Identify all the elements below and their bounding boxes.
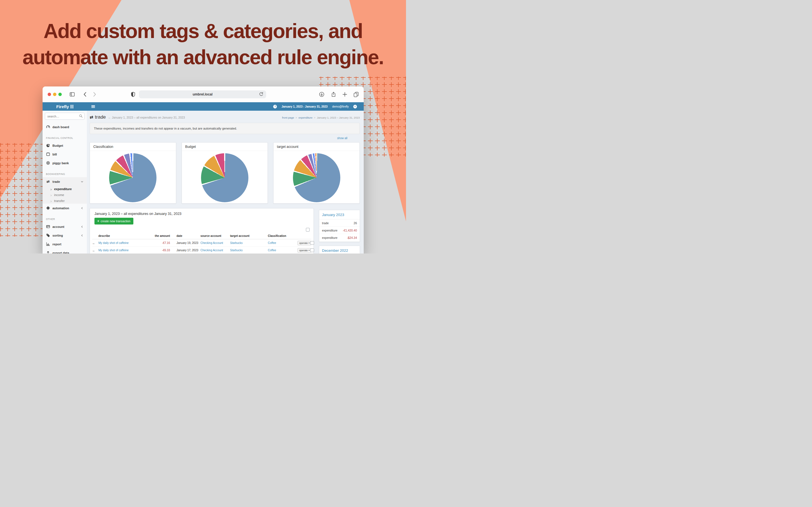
plus-icon (403, 117, 406, 122)
row-checkbox[interactable] (310, 248, 314, 252)
app-logo[interactable]: Firefly (43, 104, 87, 109)
plus-icon (27, 205, 31, 210)
sidebar-item-piggy-bank[interactable]: piggy bank (43, 159, 87, 167)
browser-window: umbrel.local Firefly ? January 1, 2023 -… (43, 87, 364, 253)
plus-icon (19, 212, 24, 217)
plus-icon (361, 76, 366, 80)
sidebar-subitem-income[interactable]: income (43, 192, 87, 198)
quick-actions-icon[interactable]: + (353, 105, 357, 108)
zoom-window-button[interactable] (58, 93, 62, 96)
privacy-shield-icon[interactable] (130, 92, 136, 97)
plus-icon (382, 124, 387, 129)
plus-icon (389, 146, 394, 151)
upload-icon (46, 251, 50, 253)
transactions-title: January 1, 2023 – all expenditures on Ja… (94, 212, 182, 216)
sidebar-item-sorting[interactable]: sorting (43, 231, 87, 240)
table-row: ←My daily shot of caffeine-€7.16January … (92, 239, 311, 247)
plus-icon (368, 76, 373, 80)
plus-icon (19, 184, 24, 189)
forward-icon[interactable] (92, 92, 97, 97)
plus-icon (368, 110, 373, 115)
breadcrumb-item[interactable]: front page (282, 116, 294, 119)
sidebar-item-account[interactable]: account (43, 222, 87, 231)
plus-icon (375, 138, 380, 144)
plus-icon (5, 198, 10, 203)
new-tab-icon[interactable] (342, 92, 348, 97)
sidebar-item-label: report (52, 242, 61, 246)
sidebar-item-label: sorting (52, 234, 63, 237)
pie-chart[interactable] (293, 153, 340, 202)
plus-icon (19, 226, 24, 231)
plus-icon (382, 89, 387, 94)
sidebar-toggle-icon[interactable] (69, 92, 75, 97)
pie-chart[interactable] (109, 153, 156, 202)
operate-button[interactable]: operate▾ (297, 248, 311, 252)
create-transaction-button[interactable]: + create new transaction (94, 218, 133, 224)
operate-button[interactable]: operate▾ (297, 241, 311, 245)
plus-icon (27, 226, 31, 231)
plus-icon (27, 156, 31, 161)
summary-card-current: January 2023 trade26expenditure-€1,420.4… (319, 210, 360, 242)
sidebar-item-Budget[interactable]: Budget (43, 141, 87, 150)
tab-overview-icon[interactable] (353, 92, 359, 97)
transaction-description-link[interactable]: My daily shot of caffeine (98, 249, 149, 252)
sidebar-item-bill[interactable]: bill (43, 150, 87, 159)
pie-chart-row: ClassificationBudgettarget account (90, 142, 360, 204)
plus-icon (19, 198, 24, 203)
row-checkbox[interactable] (310, 241, 314, 245)
help-icon[interactable]: ? (273, 105, 277, 108)
sidebar-subitem-transfer[interactable]: transfer (43, 198, 87, 204)
breadcrumb-item[interactable]: expenditure (299, 116, 313, 119)
downloads-icon[interactable] (319, 92, 324, 97)
category-link[interactable]: Coffee (268, 249, 297, 252)
search-icon[interactable] (79, 114, 83, 118)
pie-chart[interactable] (201, 153, 248, 202)
plus-icon (375, 76, 380, 80)
sidebar-subitem-expenditure[interactable]: expenditure (43, 186, 87, 192)
summary-row: trade26 (319, 219, 360, 227)
plus-icon (403, 96, 406, 101)
sidebar-item-report[interactable]: report (43, 240, 87, 248)
summary-prev-month-link[interactable]: December 2022 (319, 246, 360, 253)
hamburger-menu-icon[interactable] (91, 105, 95, 108)
close-window-button[interactable] (48, 93, 51, 96)
sidebar-item-label: dash board (52, 125, 69, 129)
plus-icon (0, 143, 3, 147)
summary-label: trade (322, 221, 329, 225)
sidebar-item-label: bill (52, 153, 57, 156)
chevron-right-icon (50, 200, 52, 202)
sidebar-item-dash-board[interactable]: dash board (43, 122, 87, 131)
plus-icon (375, 103, 380, 108)
target-account-link[interactable]: Starbucks (230, 241, 268, 244)
show-all-link[interactable]: show all (337, 136, 347, 140)
plus-icon (27, 149, 31, 154)
category-link[interactable]: Coffee (268, 241, 297, 244)
sidebar-item-automation[interactable]: automation (43, 204, 87, 212)
plus-icon (368, 117, 373, 122)
date-range-selector[interactable]: January 1, 2023 - January 31, 2023 (282, 105, 327, 108)
plus-icon (27, 233, 31, 237)
sidebar-item-trade[interactable]: ⇄trade (43, 177, 87, 186)
reload-icon[interactable] (259, 92, 264, 97)
plus-icon (12, 198, 17, 203)
sidebar-item-export-data[interactable]: export data (43, 248, 87, 253)
user-menu[interactable]: demo@firefly (332, 105, 349, 108)
summary-month-link[interactable]: January 2023 (319, 210, 360, 219)
minimize-window-button[interactable] (53, 93, 56, 96)
share-icon[interactable] (331, 92, 336, 97)
app-header: Firefly ? January 1, 2023 - January 31, … (43, 102, 364, 111)
source-account-link[interactable]: Checking Account (200, 249, 230, 252)
browser-toolbar: umbrel.local (43, 87, 364, 102)
transaction-description-link[interactable]: My daily shot of caffeine (98, 241, 149, 244)
plus-icon (12, 184, 17, 189)
back-icon[interactable] (82, 92, 88, 97)
plus-icon (368, 146, 373, 151)
search-input[interactable] (45, 113, 85, 120)
target-account-link[interactable]: Starbucks (230, 249, 268, 252)
select-all-checkbox[interactable] (306, 228, 310, 231)
plus-icon (389, 103, 394, 108)
plus-icon (389, 89, 394, 94)
chevron-down-icon (81, 180, 84, 183)
source-account-link[interactable]: Checking Account (200, 241, 230, 244)
address-bar[interactable]: umbrel.local (139, 91, 266, 98)
